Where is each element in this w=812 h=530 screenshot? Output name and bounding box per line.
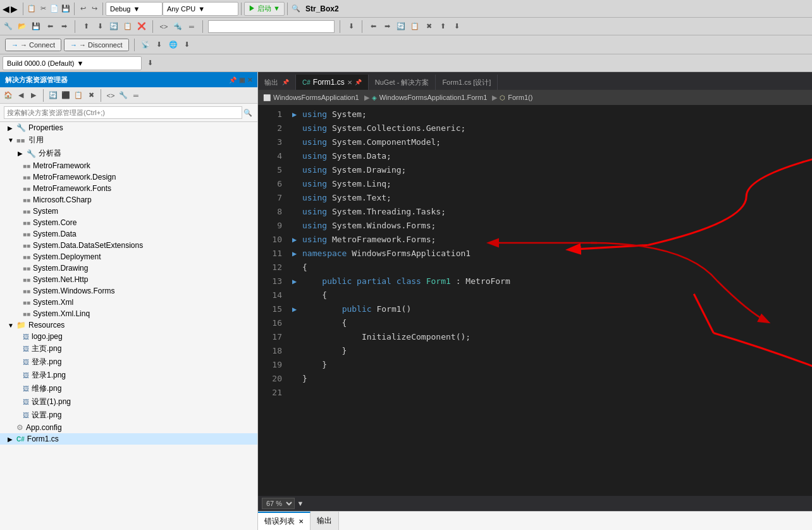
tree-item-引用[interactable]: ▼ ■■ 引用	[0, 133, 257, 147]
tab-bottom-output[interactable]: 输出	[311, 512, 339, 530]
sidebar-close-icon[interactable]: ✕	[247, 77, 252, 83]
tree-item-System[interactable]: ■■ System	[0, 206, 257, 217]
tree-item-App.config[interactable]: ⚙ App.config	[0, 422, 257, 433]
tree-item-分析器[interactable]: ▶ 🔧 分析器	[0, 147, 257, 160]
tree-item-MetroFramework[interactable]: ■■ MetroFramework	[0, 160, 257, 171]
tb2-icon6[interactable]: ⬆	[80, 21, 92, 32]
debug-dropdown[interactable]: Debug ▼	[106, 2, 163, 16]
sidebar-tb-delete[interactable]: ✖	[85, 90, 97, 101]
toolbar-icon-5[interactable]: ↩	[77, 3, 89, 15]
zoom-select[interactable]: 67 %	[262, 498, 295, 509]
tree-arrow-Form1.cs[interactable]: ▶	[8, 436, 16, 443]
tb2-icon15[interactable]: ⬅	[367, 21, 379, 32]
tree-item-logo[interactable]: 🖼 logo.jpeg	[0, 331, 257, 342]
tree-item-登录1[interactable]: 🖼 登录1.png	[0, 369, 257, 382]
connect-icon1[interactable]: 📡	[140, 39, 151, 51]
tb2-icon19[interactable]: ✖	[423, 21, 434, 32]
tab-错误列表[interactable]: 错误列表 ✕	[258, 512, 311, 530]
sidebar-tb-home[interactable]: 🏠	[3, 90, 14, 101]
tab-close-错误列表[interactable]: ✕	[298, 518, 304, 525]
code-content[interactable]: ▶ using System; using System.Collections…	[287, 105, 812, 496]
sidebar-expand-icon[interactable]: ▣	[239, 77, 245, 83]
tree-item-System.Data.DataSetExtensions[interactable]: ■■ System.Data.DataSetExtensions	[0, 240, 257, 251]
tree-item-设置[interactable]: 🖼 设置.png	[0, 409, 257, 422]
search-toolbar-icon[interactable]: 🔍	[290, 3, 302, 15]
forward-icon[interactable]: ▶	[11, 4, 18, 14]
tree-item-MetroFramework.Fonts[interactable]: ■■ MetroFramework.Fonts	[0, 183, 257, 194]
toolbar-icon-3[interactable]: 📄	[49, 3, 60, 15]
tree-item-System.Net.Http[interactable]: ■■ System.Net.Http	[0, 274, 257, 285]
tree-item-主页[interactable]: 🖼 主页.png	[0, 342, 257, 355]
toolbar-icon-6[interactable]: ↪	[89, 3, 100, 15]
toolbar-icon-4[interactable]: 💾	[60, 3, 71, 15]
tree-item-System.Drawing[interactable]: ■■ System.Drawing	[0, 262, 257, 274]
toolbar-icon-1[interactable]: 📋	[26, 3, 37, 15]
build-icon1[interactable]: ⬇	[144, 58, 156, 69]
tb2-icon4[interactable]: ⬅	[44, 21, 56, 32]
connect-icon4[interactable]: ⬇	[181, 39, 193, 51]
tree-item-System.Deployment[interactable]: ■■ System.Deployment	[0, 251, 257, 262]
search-icon[interactable]: 🔍	[242, 107, 254, 118]
tree-item-设置1[interactable]: 🖼 设置(1).png	[0, 395, 257, 409]
tab-Form1.cs-design[interactable]: Form1.cs [设计]	[436, 75, 498, 90]
sidebar-tb-pin[interactable]: ═	[130, 90, 142, 101]
tab-output[interactable]: 输出 📌	[258, 75, 296, 90]
sidebar-tb-copy[interactable]: 📋	[73, 90, 84, 101]
sidebar-tb-code[interactable]: <>	[105, 90, 116, 101]
tb2-icon3[interactable]: 💾	[30, 21, 42, 32]
sidebar-pin-icon[interactable]: 📌	[229, 77, 237, 83]
tree-item-MetroFramework.Design[interactable]: ■■ MetroFramework.Design	[0, 171, 257, 183]
tree-arrow-properties[interactable]: ▶	[8, 125, 16, 132]
tb2-icon18[interactable]: 📋	[409, 21, 421, 32]
connect-icon3[interactable]: 🌐	[168, 39, 179, 51]
tree-item-System.Core[interactable]: ■■ System.Core	[0, 217, 257, 228]
tab-NuGet[interactable]: NuGet - 解决方案	[369, 75, 436, 90]
tree-item-System.Windows.Forms[interactable]: ■■ System.Windows.Forms	[0, 285, 257, 297]
tree-arrow-Resources[interactable]: ▼	[8, 322, 16, 329]
address-bar[interactable]	[208, 20, 335, 33]
disconnect-button[interactable]: → → Disconnect	[64, 39, 128, 51]
tb2-icon1[interactable]: 🔧	[3, 21, 14, 32]
start-button[interactable]: ▶ 启动 ▼	[244, 2, 285, 16]
tree-item-System.Xml.Linq[interactable]: ■■ System.Xml.Linq	[0, 308, 257, 319]
tree-item-properties[interactable]: ▶ 🔧 Properties	[0, 122, 257, 133]
tb2-icon12[interactable]: 🔩	[172, 21, 183, 32]
toolbar-icon-2[interactable]: ✂	[37, 3, 49, 15]
tb2-icon2[interactable]: 📂	[16, 21, 28, 32]
tree-arrow-引用[interactable]: ▼	[8, 137, 16, 144]
tb2-icon8[interactable]: 🔄	[108, 21, 120, 32]
sidebar-tb-refresh[interactable]: 🔄	[47, 90, 59, 101]
tb2-icon5[interactable]: ➡	[58, 21, 70, 32]
sidebar-tb-back[interactable]: ◀	[15, 90, 27, 101]
search-input[interactable]	[4, 106, 242, 119]
tb2-icon16[interactable]: ➡	[381, 21, 393, 32]
tree-item-System.Data[interactable]: ■■ System.Data	[0, 228, 257, 240]
tb2-icon13[interactable]: ═	[186, 21, 197, 32]
tab-close-Form1.cs[interactable]: ✕	[347, 79, 352, 86]
tb2-icon14[interactable]: ⬇	[345, 21, 357, 32]
tb2-icon17[interactable]: 🔄	[395, 21, 407, 32]
tree-item-Microsoft.CSharp[interactable]: ■■ Microsoft.CSharp	[0, 194, 257, 206]
tb2-icon7[interactable]: ⬇	[94, 21, 106, 32]
sidebar-tb-forward[interactable]: ▶	[28, 90, 39, 101]
tree-arrow-分析器[interactable]: ▶	[18, 150, 27, 157]
tb2-icon21[interactable]: ⬇	[451, 21, 462, 32]
tb2-icon11[interactable]: <>	[158, 21, 169, 32]
tree-item-System.Xml[interactable]: ■■ System.Xml	[0, 297, 257, 308]
sidebar-tb-stop[interactable]: ⬛	[60, 90, 71, 101]
tree-item-维修[interactable]: 🖼 维修.png	[0, 382, 257, 395]
tree-item-Form1.cs[interactable]: ▶ C# Form1.cs	[0, 433, 257, 445]
cpu-dropdown[interactable]: Any CPU ▼	[163, 2, 238, 16]
connect-icon2[interactable]: ⬇	[154, 39, 165, 51]
sidebar-tb-wrench[interactable]: 🔧	[118, 90, 129, 101]
connect-button[interactable]: → → Connect	[5, 39, 61, 51]
tree-item-登录[interactable]: 🖼 登录.png	[0, 355, 257, 369]
tb2-icon20[interactable]: ⬆	[437, 21, 448, 32]
build-dropdown[interactable]: Build 0000.0 (Default) ▼	[3, 56, 142, 70]
tab-Form1.cs[interactable]: C# Form1.cs ✕ 📌	[296, 75, 369, 90]
tb2-icon10[interactable]: ❌	[136, 21, 147, 32]
tb2-icon9[interactable]: 📋	[122, 21, 133, 32]
tab-pin-output[interactable]: 📌	[282, 79, 289, 85]
tree-item-Resources[interactable]: ▼ 📁 Resources	[0, 319, 257, 331]
zoom-icon[interactable]: ▼	[295, 498, 306, 509]
